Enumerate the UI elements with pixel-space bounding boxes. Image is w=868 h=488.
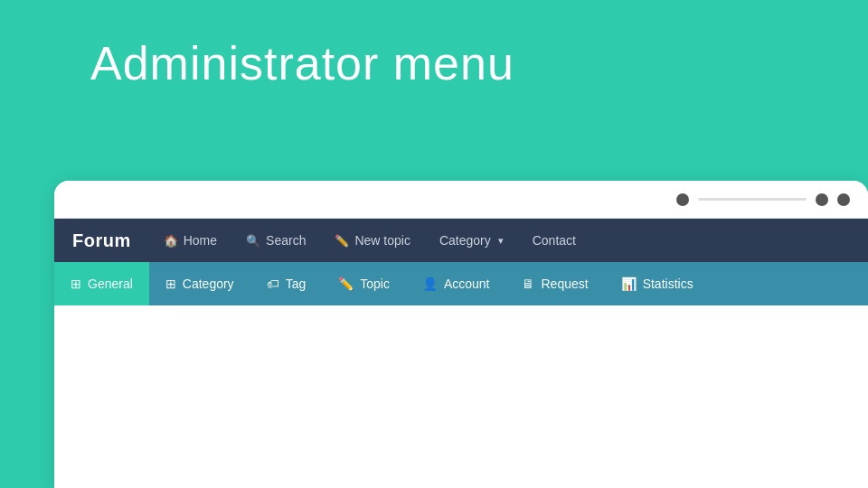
admin-category[interactable]: ⊞ Category xyxy=(149,262,250,305)
navbar-top: Forum 🏠 Home 🔍 Search ✏️ New topic Categ… xyxy=(54,219,868,262)
request-icon: 🖥 xyxy=(522,277,534,291)
browser-window: Forum 🏠 Home 🔍 Search ✏️ New topic Categ… xyxy=(54,181,868,488)
browser-dot-2 xyxy=(816,193,828,206)
admin-account[interactable]: 👤 Account xyxy=(406,262,506,305)
home-icon: 🏠 xyxy=(164,234,178,248)
statistics-icon: 📊 xyxy=(621,277,637,291)
admin-topic[interactable]: ✏️ Topic xyxy=(322,262,406,305)
browser-dot-3 xyxy=(837,193,850,206)
nav-new-topic[interactable]: ✏️ New topic xyxy=(320,219,424,262)
search-icon: 🔍 xyxy=(246,234,260,248)
admin-tag[interactable]: 🏷 Tag xyxy=(250,262,323,305)
content-area xyxy=(54,305,868,488)
admin-general[interactable]: ⊞ General xyxy=(54,262,149,305)
topic-icon: ✏️ xyxy=(338,277,354,291)
browser-dot-1 xyxy=(676,193,689,206)
browser-address-bar xyxy=(698,198,807,201)
nav-search[interactable]: 🔍 Search xyxy=(231,219,320,262)
category-icon: ⊞ xyxy=(165,277,176,291)
nav-home[interactable]: 🏠 Home xyxy=(149,219,231,262)
admin-request[interactable]: 🖥 Request xyxy=(505,262,604,305)
nav-contact[interactable]: Contact xyxy=(518,219,590,262)
general-icon: ⊞ xyxy=(71,277,81,291)
brand-logo: Forum xyxy=(54,219,149,262)
nav-category[interactable]: Category xyxy=(425,219,518,262)
page-title: Administrator menu xyxy=(0,0,868,90)
tag-icon: 🏷 xyxy=(267,277,279,291)
navbar-admin: ⊞ General ⊞ Category 🏷 Tag ✏️ Topic 👤 Ac… xyxy=(54,262,868,305)
top-nav: 🏠 Home 🔍 Search ✏️ New topic Category Co… xyxy=(149,219,868,262)
edit-icon: ✏️ xyxy=(335,234,349,248)
browser-chrome xyxy=(54,181,868,219)
account-icon: 👤 xyxy=(422,277,438,291)
admin-statistics[interactable]: 📊 Statistics xyxy=(605,262,710,305)
